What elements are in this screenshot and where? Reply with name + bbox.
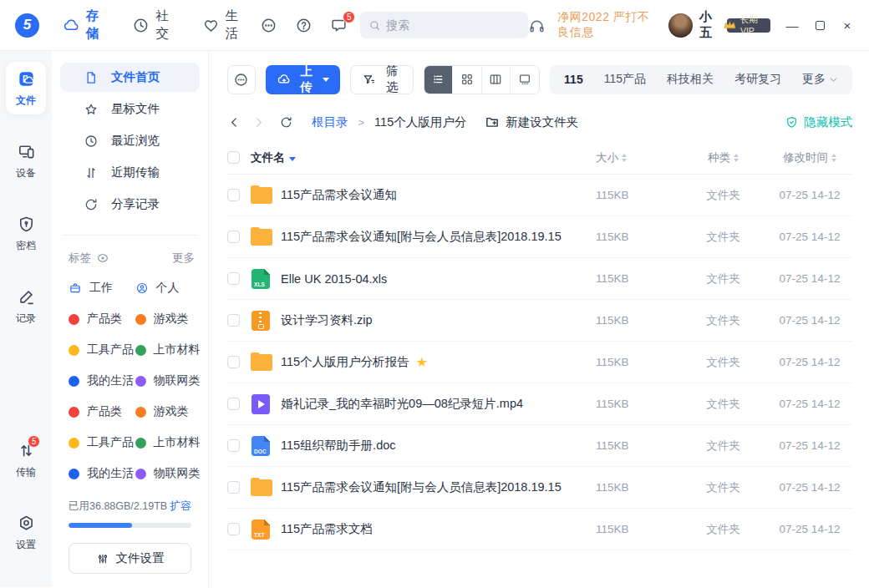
rail-item-传输[interactable]: 传输5 bbox=[6, 433, 46, 486]
row-checkbox[interactable] bbox=[227, 481, 240, 494]
tab-115产品[interactable]: 115产品 bbox=[604, 72, 646, 87]
column-view-button[interactable] bbox=[482, 66, 511, 94]
tag-工具产品[interactable]: 工具产品 bbox=[69, 342, 135, 357]
more-apps-button[interactable] bbox=[260, 17, 277, 34]
tag-产品类[interactable]: 产品类 bbox=[69, 312, 135, 327]
tag-物联网类[interactable]: 物联网类 bbox=[135, 373, 202, 388]
minimize-button[interactable]: — bbox=[785, 19, 799, 32]
headphones-button[interactable] bbox=[528, 17, 546, 34]
row-checkbox[interactable] bbox=[227, 231, 240, 243]
file-row[interactable]: XLS Elle UK 2015-04.xls 115KB 文件夹 07-25 … bbox=[227, 258, 852, 300]
tag-个人[interactable]: 个人 bbox=[135, 281, 202, 296]
sidebar-item-分享记录[interactable]: 分享记录 bbox=[60, 190, 200, 219]
row-checkbox[interactable] bbox=[227, 272, 240, 285]
search-box[interactable] bbox=[360, 12, 528, 38]
sidebar-item-近期传输[interactable]: 近期传输 bbox=[60, 158, 200, 187]
tag-工具产品[interactable]: 工具产品 bbox=[69, 435, 135, 450]
topnav-存储[interactable]: 存储 bbox=[63, 8, 104, 43]
top-icon-group: 5 bbox=[260, 17, 348, 34]
file-row[interactable]: 115个人版用户分析报告★ 115KB 文件夹 07-25 14-12 bbox=[227, 342, 852, 383]
sidebar-item-文件首页[interactable]: 文件首页 bbox=[60, 63, 200, 92]
tag-上市材料[interactable]: 上市材料 bbox=[135, 342, 202, 357]
back-button[interactable] bbox=[227, 115, 241, 129]
folder-tabs: 115115产品科技相关考研复习更多 bbox=[550, 65, 852, 94]
search-input[interactable] bbox=[386, 18, 520, 32]
tag-游戏类[interactable]: 游戏类 bbox=[135, 404, 202, 419]
username[interactable]: 小五 bbox=[699, 9, 719, 41]
column-header-name[interactable]: 文件名 bbox=[251, 150, 596, 165]
vip-badge[interactable]: 长期VIP bbox=[727, 18, 770, 33]
file-row[interactable]: TXT 115产品需求文档 115KB 文件夹 07-25 14-12 bbox=[227, 509, 852, 550]
row-checkbox[interactable] bbox=[227, 523, 240, 535]
tab-更多[interactable]: 更多 bbox=[802, 72, 838, 87]
refresh-button[interactable] bbox=[279, 115, 293, 129]
messages-button[interactable]: 5 bbox=[330, 17, 348, 34]
row-checkbox[interactable] bbox=[227, 189, 240, 201]
files-sidebar: 文件首页星标文件最近浏览近期传输分享记录 标签 更多 工作个人产品类游戏类工具产… bbox=[52, 51, 209, 587]
file-name: 115产品需求会议通知 bbox=[281, 187, 596, 203]
file-row[interactable]: 115产品需求会议通知[附与会人员信息表]2018.19.15 115KB 文件… bbox=[227, 467, 852, 509]
tag-上市材料[interactable]: 上市材料 bbox=[135, 435, 202, 450]
tab-115[interactable]: 115 bbox=[564, 73, 583, 86]
tag-工作[interactable]: 工作 bbox=[69, 281, 135, 296]
upload-button[interactable]: 上传 bbox=[266, 65, 341, 94]
column-header-type[interactable]: 种类 bbox=[679, 150, 767, 165]
share-icon bbox=[84, 197, 99, 212]
device-view-button[interactable] bbox=[511, 66, 539, 94]
help-button[interactable] bbox=[295, 17, 313, 34]
rail-item-设备[interactable]: 设备 bbox=[6, 134, 46, 187]
avatar[interactable] bbox=[668, 13, 693, 38]
topbar-right: 净网2022 严打不良信息 小五 长期VIP — × bbox=[528, 9, 854, 41]
app-logo[interactable]: 5 bbox=[15, 13, 39, 38]
tab-考研复习[interactable]: 考研复习 bbox=[734, 72, 781, 87]
file-row[interactable]: 115产品需求会议通知 115KB 文件夹 07-25 14-12 bbox=[227, 175, 852, 216]
hidden-mode-toggle[interactable]: 隐藏模式 bbox=[785, 114, 852, 130]
storage-usage-text: 已用36.88GB/2.19TB bbox=[69, 499, 167, 514]
sidebar-item-最近浏览[interactable]: 最近浏览 bbox=[60, 126, 200, 155]
sidebar-item-星标文件[interactable]: 星标文件 bbox=[60, 94, 200, 124]
file-name: 115组织帮助手册.doc bbox=[281, 438, 596, 454]
new-folder-button[interactable]: 新建设文件夹 bbox=[485, 114, 578, 130]
column-header-size[interactable]: 大小 bbox=[596, 150, 679, 165]
topnav-生活[interactable]: 生活 bbox=[202, 8, 243, 43]
tag-我的生活[interactable]: 我的生活 bbox=[69, 373, 135, 388]
expand-storage-link[interactable]: 扩容 bbox=[170, 499, 191, 514]
forward-button[interactable] bbox=[252, 115, 266, 129]
row-checkbox[interactable] bbox=[227, 314, 240, 327]
sort-desc-icon bbox=[289, 157, 296, 161]
rail-item-记录[interactable]: 记录 bbox=[6, 280, 46, 332]
file-row[interactable]: DOC 115组织帮助手册.doc 115KB 文件夹 07-25 14-12 bbox=[227, 425, 852, 467]
file-row[interactable]: 设计学习资料.zip 115KB 文件夹 07-25 14-12 bbox=[227, 300, 852, 342]
rail-item-密档[interactable]: 密档 bbox=[6, 207, 46, 260]
file-type: 文件夹 bbox=[679, 230, 767, 245]
file-settings-button[interactable]: 文件设置 bbox=[69, 543, 191, 574]
topnav-社交[interactable]: 社交 bbox=[132, 8, 173, 43]
maximize-button[interactable] bbox=[813, 19, 826, 32]
breadcrumb-root[interactable]: 根目录 bbox=[312, 114, 348, 130]
rail-item-设置[interactable]: 设置 bbox=[6, 506, 46, 559]
tag-游戏类[interactable]: 游戏类 bbox=[135, 312, 202, 327]
close-button[interactable]: × bbox=[841, 19, 854, 32]
filter-button[interactable]: 筛选 bbox=[350, 65, 414, 94]
row-checkbox[interactable] bbox=[227, 439, 240, 452]
file-time: 07-25 14-12 bbox=[767, 189, 852, 201]
tag-产品类[interactable]: 产品类 bbox=[69, 404, 135, 419]
grid-view-button[interactable] bbox=[453, 66, 481, 94]
transfer-badge: 5 bbox=[28, 435, 40, 448]
shield-lock-icon bbox=[17, 215, 36, 234]
file-row[interactable]: 115产品需求会议通知[附与会人员信息表]2018.19.15 115KB 文件… bbox=[227, 216, 852, 258]
list-view-button[interactable] bbox=[424, 66, 453, 94]
tab-科技相关[interactable]: 科技相关 bbox=[667, 72, 714, 87]
more-actions-button[interactable] bbox=[227, 65, 256, 94]
select-all-checkbox[interactable] bbox=[227, 151, 240, 164]
tag-物联网类[interactable]: 物联网类 bbox=[135, 466, 202, 481]
row-checkbox[interactable] bbox=[227, 356, 240, 368]
briefcase-icon bbox=[69, 281, 82, 295]
tag-color-dot bbox=[135, 376, 146, 387]
tag-我的生活[interactable]: 我的生活 bbox=[69, 466, 135, 481]
file-row[interactable]: 婚礼记录_我的幸福时光09—08纪录短片.mp4 115KB 文件夹 07-25… bbox=[227, 383, 852, 425]
row-checkbox[interactable] bbox=[227, 398, 240, 410]
rail-item-文件[interactable]: 文件 bbox=[6, 62, 46, 114]
tags-more-link[interactable]: 更多 bbox=[172, 251, 195, 266]
column-header-time[interactable]: 修改时间 bbox=[767, 150, 852, 165]
